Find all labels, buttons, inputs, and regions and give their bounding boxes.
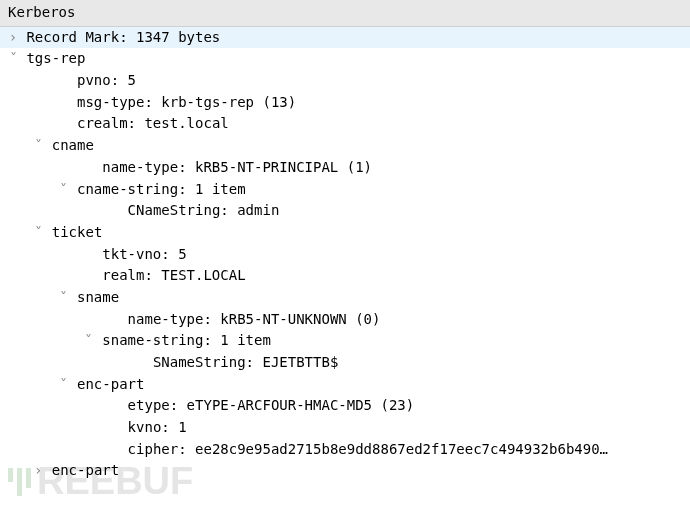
tree-row[interactable]: ˅ sname-string: 1 item — [0, 330, 690, 352]
chevron-down-icon[interactable]: ˅ — [33, 222, 43, 244]
tree-row-label: msg-type: krb-tgs-rep (13) — [77, 94, 296, 110]
protocol-name: Kerberos — [8, 4, 75, 20]
tree-row[interactable]: ˅ sname — [0, 287, 690, 309]
tree-row-label: enc-part — [77, 376, 144, 392]
tree-row-label: crealm: test.local — [77, 115, 229, 131]
chevron-down-icon[interactable]: ˅ — [33, 135, 43, 157]
tree-row-label: name-type: kRB5-NT-PRINCIPAL (1) — [102, 159, 372, 175]
tree-indent — [59, 70, 69, 92]
tree-row[interactable]: SNameString: EJETBTTB$ — [0, 352, 690, 374]
tree-row[interactable]: CNameString: admin — [0, 200, 690, 222]
tree-row[interactable]: › enc-part — [0, 460, 690, 482]
tree-indent — [84, 244, 94, 266]
tree-row[interactable]: ˅ cname-string: 1 item — [0, 179, 690, 201]
tree-row[interactable]: ˅ cname — [0, 135, 690, 157]
tree-row-label: cname — [52, 137, 94, 153]
tree-row[interactable]: name-type: kRB5-NT-PRINCIPAL (1) — [0, 157, 690, 179]
tree-row[interactable]: ˅ enc-part — [0, 374, 690, 396]
tree-row[interactable]: pvno: 5 — [0, 70, 690, 92]
tree-row[interactable]: ˅ ticket — [0, 222, 690, 244]
tree-row-label: tkt-vno: 5 — [102, 246, 186, 262]
chevron-down-icon[interactable]: ˅ — [59, 374, 69, 396]
tree-row-label: sname — [77, 289, 119, 305]
tree-row-label: etype: eTYPE-ARCFOUR-HMAC-MD5 (23) — [128, 397, 415, 413]
tree-indent — [59, 113, 69, 135]
tree-row-label: cname-string: 1 item — [77, 181, 246, 197]
tree-row-label: kvno: 1 — [128, 419, 187, 435]
tree-indent — [109, 417, 119, 439]
tree-indent — [134, 352, 144, 374]
tree-row[interactable]: name-type: kRB5-NT-UNKNOWN (0) — [0, 309, 690, 331]
tree-row[interactable]: cipher: ee28c9e95ad2715b8e9dd8867ed2f17e… — [0, 439, 690, 461]
chevron-right-icon[interactable]: › — [8, 27, 18, 49]
tree-row-label: pvno: 5 — [77, 72, 136, 88]
tree-row[interactable]: etype: eTYPE-ARCFOUR-HMAC-MD5 (23) — [0, 395, 690, 417]
tree-row-label: enc-part — [52, 462, 119, 478]
tree-row-label: CNameString: admin — [128, 202, 280, 218]
tree-row[interactable]: tkt-vno: 5 — [0, 244, 690, 266]
tree-row-label: SNameString: EJETBTTB$ — [153, 354, 338, 370]
chevron-right-icon[interactable]: › — [33, 460, 43, 482]
tree-row[interactable]: realm: TEST.LOCAL — [0, 265, 690, 287]
tree-indent — [59, 92, 69, 114]
tree-row-label: sname-string: 1 item — [102, 332, 271, 348]
packet-tree[interactable]: › Record Mark: 1347 bytes˅ tgs-rep pvno:… — [0, 27, 690, 482]
tree-indent — [109, 439, 119, 461]
protocol-header[interactable]: Kerberos — [0, 0, 690, 27]
tree-indent — [84, 157, 94, 179]
tree-row-label: name-type: kRB5-NT-UNKNOWN (0) — [128, 311, 381, 327]
tree-row[interactable]: › Record Mark: 1347 bytes — [0, 27, 690, 49]
chevron-down-icon[interactable]: ˅ — [8, 48, 18, 70]
tree-indent — [109, 200, 119, 222]
tree-row[interactable]: crealm: test.local — [0, 113, 690, 135]
tree-row[interactable]: kvno: 1 — [0, 417, 690, 439]
tree-indent — [109, 395, 119, 417]
chevron-down-icon[interactable]: ˅ — [84, 330, 94, 352]
tree-row[interactable]: msg-type: krb-tgs-rep (13) — [0, 92, 690, 114]
tree-indent — [84, 265, 94, 287]
tree-row-label: cipher: ee28c9e95ad2715b8e9dd8867ed2f17e… — [128, 441, 608, 457]
tree-indent — [109, 309, 119, 331]
chevron-down-icon[interactable]: ˅ — [59, 287, 69, 309]
tree-row-label: tgs-rep — [26, 50, 85, 66]
tree-row-label: Record Mark: 1347 bytes — [26, 29, 220, 45]
chevron-down-icon[interactable]: ˅ — [59, 179, 69, 201]
tree-row[interactable]: ˅ tgs-rep — [0, 48, 690, 70]
tree-row-label: realm: TEST.LOCAL — [102, 267, 245, 283]
tree-row-label: ticket — [52, 224, 103, 240]
